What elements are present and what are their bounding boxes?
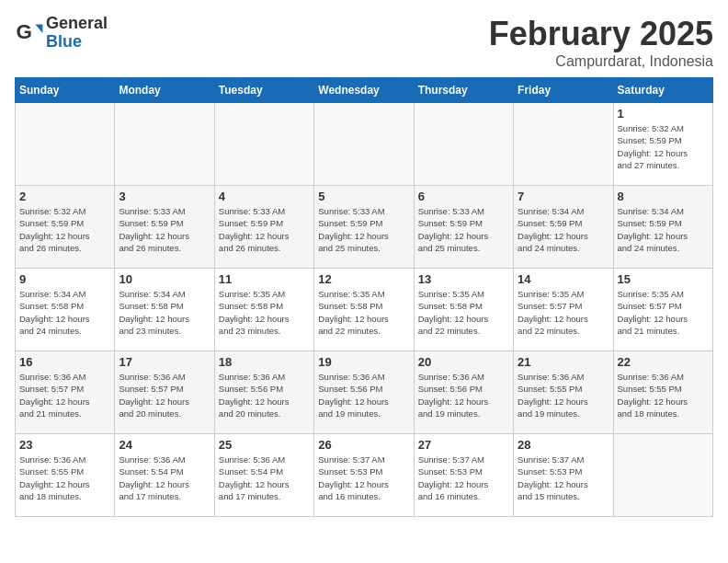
calendar-cell: 21Sunrise: 5:36 AM Sunset: 5:55 PM Dayli… — [514, 351, 613, 434]
calendar-cell: 12Sunrise: 5:35 AM Sunset: 5:58 PM Dayli… — [314, 269, 414, 351]
calendar-cell: 2Sunrise: 5:32 AM Sunset: 5:59 PM Daylig… — [16, 186, 115, 269]
day-info: Sunrise: 5:33 AM Sunset: 5:59 PM Dayligh… — [418, 205, 509, 254]
day-number: 4 — [219, 190, 310, 203]
day-info: Sunrise: 5:35 AM Sunset: 5:57 PM Dayligh… — [618, 288, 709, 337]
calendar-cell: 13Sunrise: 5:35 AM Sunset: 5:58 PM Dayli… — [414, 269, 513, 351]
day-info: Sunrise: 5:36 AM Sunset: 5:57 PM Dayligh… — [119, 371, 210, 419]
day-number: 1 — [618, 107, 709, 121]
calendar-cell — [414, 103, 513, 186]
day-number: 24 — [119, 438, 210, 452]
calendar-table: SundayMondayTuesdayWednesdayThursdayFrid… — [15, 77, 713, 517]
calendar-cell: 8Sunrise: 5:34 AM Sunset: 5:59 PM Daylig… — [613, 186, 712, 269]
day-info: Sunrise: 5:35 AM Sunset: 5:57 PM Dayligh… — [518, 288, 609, 337]
day-number: 15 — [618, 272, 709, 286]
day-number: 18 — [219, 355, 310, 369]
day-number: 17 — [119, 355, 210, 369]
calendar-cell: 1Sunrise: 5:32 AM Sunset: 5:59 PM Daylig… — [613, 103, 712, 186]
weekday-header-row: SundayMondayTuesdayWednesdayThursdayFrid… — [16, 78, 713, 103]
day-number: 25 — [219, 438, 310, 452]
day-number: 5 — [318, 190, 409, 203]
day-info: Sunrise: 5:34 AM Sunset: 5:59 PM Dayligh… — [518, 205, 609, 254]
day-number: 10 — [119, 272, 210, 286]
logo-blue: Blue — [46, 32, 82, 51]
day-info: Sunrise: 5:33 AM Sunset: 5:59 PM Dayligh… — [318, 205, 409, 254]
weekday-header: Monday — [115, 78, 214, 103]
calendar-cell: 22Sunrise: 5:36 AM Sunset: 5:55 PM Dayli… — [613, 351, 712, 434]
calendar-cell — [115, 103, 214, 186]
day-info: Sunrise: 5:36 AM Sunset: 5:57 PM Dayligh… — [19, 371, 110, 419]
day-number: 3 — [119, 190, 210, 203]
location: Campurdarat, Indonesia — [489, 53, 713, 70]
day-info: Sunrise: 5:34 AM Sunset: 5:59 PM Dayligh… — [618, 205, 709, 254]
day-info: Sunrise: 5:35 AM Sunset: 5:58 PM Dayligh… — [418, 288, 509, 337]
day-number: 8 — [618, 190, 709, 203]
calendar-cell: 28Sunrise: 5:37 AM Sunset: 5:53 PM Dayli… — [514, 434, 613, 517]
calendar-cell: 18Sunrise: 5:36 AM Sunset: 5:56 PM Dayli… — [214, 351, 313, 434]
day-info: Sunrise: 5:32 AM Sunset: 5:59 PM Dayligh… — [618, 122, 709, 171]
calendar-week-row: 23Sunrise: 5:36 AM Sunset: 5:55 PM Dayli… — [16, 434, 713, 517]
day-info: Sunrise: 5:36 AM Sunset: 5:54 PM Dayligh… — [219, 454, 310, 502]
calendar-cell — [514, 103, 613, 186]
day-info: Sunrise: 5:37 AM Sunset: 5:53 PM Dayligh… — [418, 454, 509, 502]
calendar-cell: 16Sunrise: 5:36 AM Sunset: 5:57 PM Dayli… — [16, 351, 115, 434]
day-info: Sunrise: 5:35 AM Sunset: 5:58 PM Dayligh… — [318, 288, 409, 337]
day-number: 28 — [518, 438, 609, 452]
weekday-header: Tuesday — [214, 78, 313, 103]
day-info: Sunrise: 5:36 AM Sunset: 5:55 PM Dayligh… — [618, 371, 709, 419]
day-info: Sunrise: 5:36 AM Sunset: 5:54 PM Dayligh… — [119, 454, 210, 502]
weekday-header: Friday — [514, 78, 613, 103]
calendar-week-row: 16Sunrise: 5:36 AM Sunset: 5:57 PM Dayli… — [16, 351, 713, 434]
day-number: 26 — [318, 438, 409, 452]
calendar-cell: 4Sunrise: 5:33 AM Sunset: 5:59 PM Daylig… — [214, 186, 313, 269]
calendar-cell: 17Sunrise: 5:36 AM Sunset: 5:57 PM Dayli… — [115, 351, 214, 434]
logo-general: General — [46, 14, 108, 32]
day-number: 2 — [19, 190, 110, 203]
day-number: 7 — [518, 190, 609, 203]
calendar-cell: 25Sunrise: 5:36 AM Sunset: 5:54 PM Dayli… — [214, 434, 313, 517]
calendar-cell: 24Sunrise: 5:36 AM Sunset: 5:54 PM Dayli… — [115, 434, 214, 517]
weekday-header: Saturday — [613, 78, 712, 103]
calendar-cell — [613, 434, 712, 517]
day-number: 27 — [418, 438, 509, 452]
day-info: Sunrise: 5:33 AM Sunset: 5:59 PM Dayligh… — [119, 205, 210, 254]
day-number: 13 — [418, 272, 509, 286]
calendar-cell: 9Sunrise: 5:34 AM Sunset: 5:58 PM Daylig… — [16, 269, 115, 351]
calendar-cell: 27Sunrise: 5:37 AM Sunset: 5:53 PM Dayli… — [414, 434, 513, 517]
calendar-cell — [16, 103, 115, 186]
calendar-week-row: 2Sunrise: 5:32 AM Sunset: 5:59 PM Daylig… — [16, 186, 713, 269]
calendar-cell: 3Sunrise: 5:33 AM Sunset: 5:59 PM Daylig… — [115, 186, 214, 269]
day-number: 6 — [418, 190, 509, 203]
calendar-cell — [214, 103, 313, 186]
day-info: Sunrise: 5:36 AM Sunset: 5:56 PM Dayligh… — [219, 371, 310, 419]
calendar-cell — [314, 103, 414, 186]
day-info: Sunrise: 5:36 AM Sunset: 5:55 PM Dayligh… — [19, 454, 110, 502]
day-number: 12 — [318, 272, 409, 286]
calendar-cell: 6Sunrise: 5:33 AM Sunset: 5:59 PM Daylig… — [414, 186, 513, 269]
calendar-cell: 19Sunrise: 5:36 AM Sunset: 5:56 PM Dayli… — [314, 351, 414, 434]
day-info: Sunrise: 5:37 AM Sunset: 5:53 PM Dayligh… — [518, 454, 609, 502]
day-number: 23 — [19, 438, 110, 452]
month-year: February 2025 — [489, 15, 713, 53]
day-number: 9 — [19, 272, 110, 286]
weekday-header: Sunday — [16, 78, 115, 103]
calendar-cell: 5Sunrise: 5:33 AM Sunset: 5:59 PM Daylig… — [314, 186, 414, 269]
day-info: Sunrise: 5:36 AM Sunset: 5:55 PM Dayligh… — [518, 371, 609, 419]
calendar-cell: 10Sunrise: 5:34 AM Sunset: 5:58 PM Dayli… — [115, 269, 214, 351]
day-info: Sunrise: 5:36 AM Sunset: 5:56 PM Dayligh… — [418, 371, 509, 419]
page-header: G General Blue February 2025 Campurdarat… — [15, 15, 713, 70]
day-info: Sunrise: 5:36 AM Sunset: 5:56 PM Dayligh… — [318, 371, 409, 419]
title-block: February 2025 Campurdarat, Indonesia — [489, 15, 713, 70]
day-info: Sunrise: 5:35 AM Sunset: 5:58 PM Dayligh… — [219, 288, 310, 337]
logo: G General Blue — [15, 15, 108, 52]
logo-icon: G — [15, 18, 44, 48]
day-number: 21 — [518, 355, 609, 369]
calendar-cell: 7Sunrise: 5:34 AM Sunset: 5:59 PM Daylig… — [514, 186, 613, 269]
calendar-cell: 14Sunrise: 5:35 AM Sunset: 5:57 PM Dayli… — [514, 269, 613, 351]
day-info: Sunrise: 5:37 AM Sunset: 5:53 PM Dayligh… — [318, 454, 409, 502]
day-info: Sunrise: 5:33 AM Sunset: 5:59 PM Dayligh… — [219, 205, 310, 254]
calendar-cell: 15Sunrise: 5:35 AM Sunset: 5:57 PM Dayli… — [613, 269, 712, 351]
day-number: 14 — [518, 272, 609, 286]
weekday-header: Wednesday — [314, 78, 414, 103]
day-info: Sunrise: 5:32 AM Sunset: 5:59 PM Dayligh… — [19, 205, 110, 254]
calendar-week-row: 9Sunrise: 5:34 AM Sunset: 5:58 PM Daylig… — [16, 269, 713, 351]
